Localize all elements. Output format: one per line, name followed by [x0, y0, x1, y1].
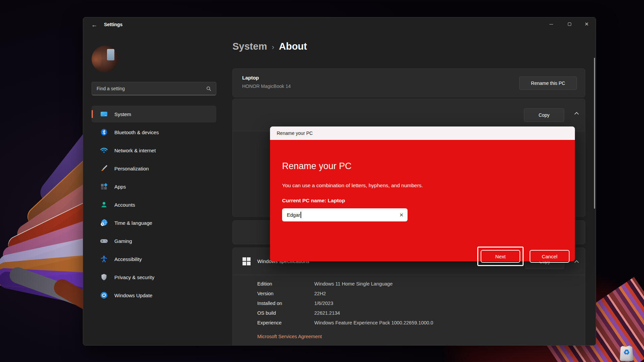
- spec-label: Edition: [257, 281, 314, 287]
- person-icon: [100, 200, 108, 209]
- sidebar-item-label: Apps: [114, 184, 126, 190]
- dialog-body: Rename your PC You can use a combination…: [270, 140, 575, 261]
- sidebar-item-personalization[interactable]: Personalization: [92, 160, 216, 177]
- pc-name-input[interactable]: Edgar ✕: [282, 208, 408, 221]
- selected-accent-bar: [92, 110, 93, 118]
- spec-value: Windows 11 Home Single Language: [314, 281, 433, 287]
- user-avatar[interactable]: [92, 46, 118, 72]
- dialog-titlebar[interactable]: Rename your PC: [270, 126, 575, 140]
- next-button[interactable]: Next: [481, 250, 520, 263]
- sidebar-item-label: Accessibility: [114, 256, 142, 262]
- breadcrumb: System › About: [232, 41, 307, 52]
- windows-specs-collapse-chevron-icon[interactable]: [574, 260, 579, 263]
- shield-icon: [100, 273, 108, 281]
- search-input[interactable]: Find a setting: [92, 82, 216, 95]
- sidebar-item-label: Accounts: [114, 202, 135, 208]
- windows-logo-icon: [242, 257, 251, 267]
- maximize-button[interactable]: [562, 17, 577, 31]
- sidebar-item-gaming[interactable]: Gaming: [92, 232, 216, 249]
- dialog-heading: Rename your PC: [282, 161, 352, 171]
- sidebar-item-label: System: [114, 111, 131, 117]
- dialog-description: You can use a combination of letters, hy…: [282, 183, 423, 189]
- rename-pc-dialog: Rename your PC Rename your PC You can us…: [270, 126, 575, 261]
- sidebar-item-accessibility[interactable]: Accessibility: [92, 251, 216, 267]
- current-pc-name-label: Current PC name: Laptop: [282, 198, 345, 204]
- device-name: Laptop: [242, 75, 259, 81]
- update-arrows-icon: [100, 291, 108, 300]
- sidebar-item-time-language[interactable]: Time & language: [92, 214, 216, 231]
- bluetooth-icon: [100, 128, 108, 137]
- spec-value: 1/6/2023: [314, 301, 433, 306]
- wifi-icon: [100, 146, 108, 155]
- sidebar-item-bluetooth[interactable]: Bluetooth & devices: [92, 124, 216, 141]
- microsoft-services-agreement-link[interactable]: Microsoft Services Agreement: [257, 334, 322, 339]
- display-icon: [100, 110, 108, 118]
- gamepad-icon: [100, 237, 108, 245]
- sidebar-item-label: Gaming: [114, 238, 132, 244]
- sidebar-item-label: Time & language: [114, 220, 152, 226]
- sidebar-item-apps[interactable]: Apps: [92, 178, 216, 195]
- window-titlebar[interactable]: ← Settings ✕: [83, 17, 596, 32]
- device-name-card: Laptop HONOR MagicBook 14 Rename this PC: [232, 68, 585, 97]
- device-specs-copy-button[interactable]: Copy: [524, 108, 564, 122]
- sidebar-item-windows-update[interactable]: Windows Update: [92, 287, 216, 304]
- clear-input-icon[interactable]: ✕: [399, 212, 404, 218]
- rename-this-pc-button[interactable]: Rename this PC: [519, 76, 577, 90]
- text-caret: [301, 212, 301, 218]
- spec-value: Windows Feature Experience Pack 1000.226…: [314, 320, 433, 325]
- desktop: ♻ ← Settings ✕ Find a setting: [0, 0, 644, 362]
- spec-table: Edition Windows 11 Home Single Language …: [257, 281, 433, 325]
- device-model: HONOR MagicBook 14: [242, 84, 291, 89]
- recycle-symbol-icon: ♻: [619, 348, 635, 356]
- sidebar-item-network[interactable]: Network & internet: [92, 142, 216, 159]
- sidebar-item-label: Privacy & security: [114, 274, 154, 280]
- page-title: About: [279, 41, 307, 52]
- spec-label: OS build: [257, 310, 314, 316]
- apps-grid-icon: [100, 182, 108, 191]
- breadcrumb-system[interactable]: System: [232, 41, 267, 52]
- close-button[interactable]: ✕: [579, 17, 594, 31]
- sidebar-item-accounts[interactable]: Accounts: [92, 196, 216, 213]
- device-specs-collapse-chevron-icon[interactable]: [574, 112, 579, 115]
- breadcrumb-separator: ›: [272, 43, 274, 52]
- sidebar-item-system[interactable]: System: [92, 106, 216, 122]
- sidebar-item-label: Network & internet: [114, 148, 156, 153]
- sidebar-item-label: Windows Update: [114, 293, 152, 298]
- globe-clock-icon: [100, 218, 108, 227]
- scrollbar[interactable]: [594, 58, 595, 209]
- back-arrow-icon[interactable]: ←: [91, 21, 98, 29]
- cancel-button[interactable]: Cancel: [530, 250, 570, 263]
- sidebar-item-privacy[interactable]: Privacy & security: [92, 269, 216, 286]
- recycle-bin-icon[interactable]: ♻: [619, 343, 635, 362]
- spec-value: 22H2: [314, 291, 433, 296]
- pc-name-input-value: Edgar: [287, 212, 300, 218]
- accessibility-icon: [100, 255, 108, 263]
- sidebar-item-label: Personalization: [114, 166, 149, 171]
- spec-label: Experience: [257, 320, 314, 325]
- paintbrush-icon: [100, 164, 108, 173]
- window-title: Settings: [104, 22, 122, 27]
- search-icon: [206, 86, 211, 91]
- search-placeholder: Find a setting: [97, 86, 206, 91]
- spec-label: Version: [257, 291, 314, 296]
- settings-window: ← Settings ✕ Find a setting System: [83, 17, 596, 346]
- sidebar-item-label: Bluetooth & devices: [114, 130, 159, 135]
- spec-label: Installed on: [257, 301, 314, 306]
- spec-value: 22621.2134: [314, 310, 433, 316]
- minimize-button[interactable]: [543, 17, 559, 31]
- dialog-title: Rename your PC: [277, 131, 313, 136]
